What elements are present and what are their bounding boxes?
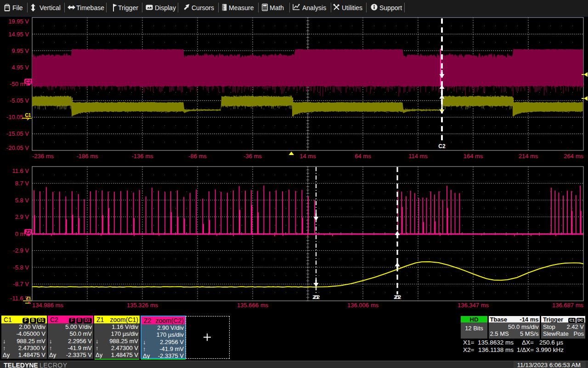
svg-text:Z2: Z2 bbox=[314, 294, 320, 300]
svg-text:2.9 V: 2.9 V bbox=[15, 213, 29, 220]
svg-text:C1: C1 bbox=[25, 113, 31, 118]
svg-text:-5.8 V: -5.8 V bbox=[13, 264, 29, 271]
svg-text:C2: C2 bbox=[438, 143, 446, 150]
svg-text:214 ms: 214 ms bbox=[519, 153, 538, 160]
svg-text:14.95 V: 14.95 V bbox=[8, 31, 29, 38]
svg-text:-20.05 V: -20.05 V bbox=[6, 144, 29, 151]
svg-text:-236 ms: -236 ms bbox=[32, 153, 54, 160]
svg-text:5.8 V: 5.8 V bbox=[15, 197, 29, 204]
svg-text:-186 ms: -186 ms bbox=[77, 153, 98, 160]
svg-text:136.687 ms: 136.687 ms bbox=[552, 302, 583, 309]
svg-text:19.95 V: 19.95 V bbox=[8, 18, 29, 25]
svg-text:-8.7 V: -8.7 V bbox=[13, 281, 29, 288]
svg-text:-86 ms: -86 ms bbox=[188, 153, 207, 160]
svg-text:4.95 V: 4.95 V bbox=[11, 64, 29, 71]
svg-text:-136 ms: -136 ms bbox=[132, 153, 153, 160]
svg-text:136.347 ms: 136.347 ms bbox=[458, 302, 489, 309]
svg-text:135.666 ms: 135.666 ms bbox=[237, 302, 268, 309]
svg-text:Z2: Z2 bbox=[26, 230, 31, 235]
svg-text:8.7 V: 8.7 V bbox=[15, 180, 29, 187]
svg-text:135.326 ms: 135.326 ms bbox=[127, 302, 158, 309]
svg-text:136.006 ms: 136.006 ms bbox=[347, 302, 379, 309]
svg-text:11.6 V: 11.6 V bbox=[12, 167, 29, 174]
svg-text:Z2: Z2 bbox=[395, 294, 401, 300]
svg-text:264 ms: 264 ms bbox=[564, 153, 583, 160]
svg-text:-5.05 V: -5.05 V bbox=[10, 97, 29, 104]
svg-text:Z1: Z1 bbox=[26, 295, 31, 300]
svg-text:-36 ms: -36 ms bbox=[243, 153, 262, 160]
svg-text:114 ms: 114 ms bbox=[408, 153, 428, 160]
svg-text:-2.9 V: -2.9 V bbox=[13, 247, 29, 254]
svg-text:64 ms: 64 ms bbox=[355, 153, 371, 160]
svg-text:14 ms: 14 ms bbox=[300, 153, 316, 160]
svg-text:134.986 ms: 134.986 ms bbox=[32, 302, 63, 309]
svg-text:9.95 V: 9.95 V bbox=[11, 47, 29, 54]
svg-text:164 ms: 164 ms bbox=[464, 153, 483, 160]
svg-text:C2: C2 bbox=[25, 79, 31, 84]
svg-text:-15.05 V: -15.05 V bbox=[6, 130, 29, 137]
